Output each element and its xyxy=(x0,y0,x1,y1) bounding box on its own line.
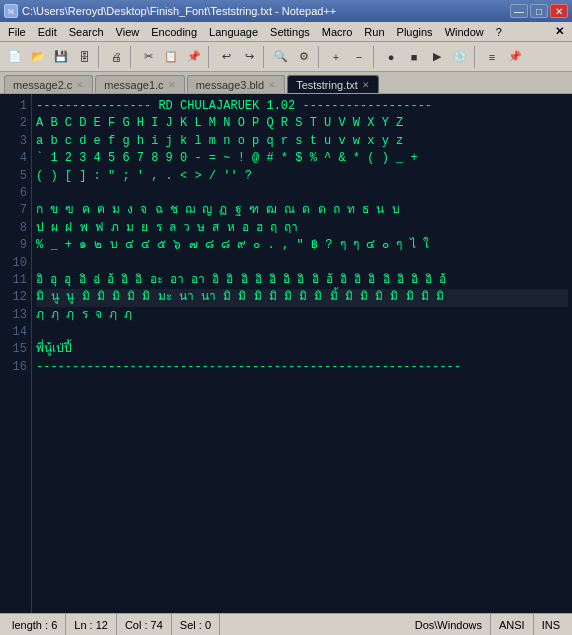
toolbar-sep-3 xyxy=(208,46,212,68)
menu-encoding[interactable]: Encoding xyxy=(145,22,203,41)
status-sel: Sel : 0 xyxy=(172,614,220,635)
code-line-8: ป ผ ฝ พ ฟ ภ ม ย ร ล ว ษ ส ห อ ฮ ฤ ฤา xyxy=(36,220,568,237)
menu-file[interactable]: File xyxy=(2,22,32,41)
tab-close-message1c[interactable]: ✕ xyxy=(168,80,176,90)
title-controls: — □ ✕ xyxy=(510,4,568,18)
minimize-button[interactable]: — xyxy=(510,4,528,18)
editor: 12345678910111213141516 ----------------… xyxy=(0,94,572,613)
tab-message3bld[interactable]: message3.bld ✕ xyxy=(187,75,286,93)
app-icon: N xyxy=(4,4,18,18)
tb-paste[interactable]: 📌 xyxy=(183,46,205,68)
menu-language[interactable]: Language xyxy=(203,22,264,41)
tb-sysmenu[interactable]: ≡ xyxy=(481,46,503,68)
menu-settings[interactable]: Settings xyxy=(264,22,316,41)
menu-view[interactable]: View xyxy=(110,22,146,41)
tb-macro-stop[interactable]: ■ xyxy=(403,46,425,68)
tb-copy[interactable]: 📋 xyxy=(160,46,182,68)
menu-plugins[interactable]: Plugins xyxy=(391,22,439,41)
status-col: Col : 74 xyxy=(117,614,172,635)
menu-close-x[interactable]: ✕ xyxy=(549,22,570,41)
code-line-14 xyxy=(36,324,568,341)
tab-teststring[interactable]: Teststring.txt ✕ xyxy=(287,75,379,93)
title-bar-left: N C:\Users\Reroyd\Desktop\Finish_Font\Te… xyxy=(4,4,336,18)
tb-cut[interactable]: ✂ xyxy=(137,46,159,68)
tb-zoom-in[interactable]: + xyxy=(325,46,347,68)
title-bar: N C:\Users\Reroyd\Desktop\Finish_Font\Te… xyxy=(0,0,572,22)
status-ins: INS xyxy=(534,614,568,635)
tab-message1c[interactable]: message1.c ✕ xyxy=(95,75,184,93)
tb-zoom-out[interactable]: − xyxy=(348,46,370,68)
tb-macro-play[interactable]: ▶ xyxy=(426,46,448,68)
code-line-12: มิ นู นู มิ มิ มิ มิ มิ มะ นา นา มิ มิ ม… xyxy=(36,289,568,306)
tab-close-teststring[interactable]: ✕ xyxy=(362,80,370,90)
menu-help[interactable]: ? xyxy=(490,22,508,41)
code-line-7: ก ข ฃ ค ฅ ม ง จ ฉ ช ฌ ญ ฏ ฐ ฑ ฒ ณ ด ต ถ … xyxy=(36,202,568,219)
menu-macro[interactable]: Macro xyxy=(316,22,359,41)
toolbar: 📄 📂 💾 🗄 🖨 ✂ 📋 📌 ↩ ↪ 🔍 ⚙ + − ● ■ ▶ 💿 ≡ 📌 xyxy=(0,42,572,72)
tab-close-message3bld[interactable]: ✕ xyxy=(268,80,276,90)
maximize-button[interactable]: □ xyxy=(530,4,548,18)
code-line-16: ----------------------------------------… xyxy=(36,359,568,376)
code-line-2: A B C D E F G H I J K L M N O P Q R S T … xyxy=(36,115,568,132)
toolbar-sep-7 xyxy=(474,46,478,68)
menu-run[interactable]: Run xyxy=(358,22,390,41)
code-line-13: ฦ ฦ ฦ ร จ ฦ ฦ xyxy=(36,307,568,324)
title-text: C:\Users\Reroyd\Desktop\Finish_Font\Test… xyxy=(22,5,336,17)
toolbar-sep-2 xyxy=(130,46,134,68)
status-eol: Dos\Windows xyxy=(407,614,491,635)
tab-bar: message2.c ✕ message1.c ✕ message3.bld ✕… xyxy=(0,72,572,94)
code-line-1: ---------------- RD CHULAJARUEK 1.02 ---… xyxy=(36,98,568,115)
menu-window[interactable]: Window xyxy=(439,22,490,41)
code-line-5: ( ) [ ] : " ; ' , . < > / '' ? xyxy=(36,168,568,185)
tb-macro-save[interactable]: 💿 xyxy=(449,46,471,68)
line-numbers: 12345678910111213141516 xyxy=(0,94,32,613)
toolbar-sep-4 xyxy=(263,46,267,68)
tb-macro-rec[interactable]: ● xyxy=(380,46,402,68)
code-line-10 xyxy=(36,255,568,272)
code-area[interactable]: ---------------- RD CHULAJARUEK 1.02 ---… xyxy=(32,94,572,613)
tb-redo[interactable]: ↪ xyxy=(238,46,260,68)
code-line-3: a b c d e f g h i j k l m n o p q r s t … xyxy=(36,133,568,150)
tb-always-top[interactable]: 📌 xyxy=(504,46,526,68)
tb-new[interactable]: 📄 xyxy=(4,46,26,68)
tb-save[interactable]: 💾 xyxy=(50,46,72,68)
menu-search[interactable]: Search xyxy=(63,22,110,41)
status-length: length : 6 xyxy=(4,614,66,635)
tab-close-message2c[interactable]: ✕ xyxy=(76,80,84,90)
status-bar: length : 6 Ln : 12 Col : 74 Sel : 0 Dos\… xyxy=(0,613,572,635)
code-line-4: ` 1 2 3 4 5 6 7 8 9 0 - = ~ ! @ # * $ % … xyxy=(36,150,568,167)
menu-edit[interactable]: Edit xyxy=(32,22,63,41)
code-line-15: พี่นู้เป่ปี้ xyxy=(36,341,568,358)
tb-save-all[interactable]: 🗄 xyxy=(73,46,95,68)
tb-open[interactable]: 📂 xyxy=(27,46,49,68)
toolbar-sep-5 xyxy=(318,46,322,68)
code-line-6 xyxy=(36,185,568,202)
close-button[interactable]: ✕ xyxy=(550,4,568,18)
toolbar-sep-1 xyxy=(98,46,102,68)
tb-find[interactable]: 🔍 xyxy=(270,46,292,68)
code-line-9: % _ + ๑ ๒ บ ๔ ๔ ๕ ๖ ๗ ๘ ๘ ๙ ๐ . , " ฿ ? … xyxy=(36,237,568,254)
status-encoding: ANSI xyxy=(491,614,534,635)
tb-print[interactable]: 🖨 xyxy=(105,46,127,68)
tb-undo[interactable]: ↩ xyxy=(215,46,237,68)
tab-message2c[interactable]: message2.c ✕ xyxy=(4,75,93,93)
status-ln: Ln : 12 xyxy=(66,614,117,635)
toolbar-sep-6 xyxy=(373,46,377,68)
menu-bar: File Edit Search View Encoding Language … xyxy=(0,22,572,42)
tb-replace[interactable]: ⚙ xyxy=(293,46,315,68)
code-line-11: อิ อุ อุ อิ อ่ อ้ อิ อิ อะ อา อา อิ อิ อ… xyxy=(36,272,568,289)
